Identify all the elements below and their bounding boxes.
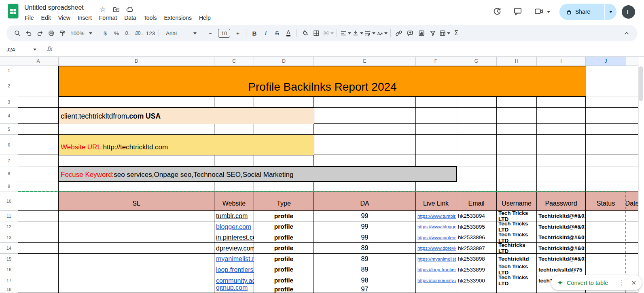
grid-cell[interactable] (18, 75, 59, 96)
da-cell[interactable]: 99 (314, 232, 416, 243)
grid-cell[interactable] (314, 135, 416, 155)
username-cell[interactable]: Tech Tricks LTD (497, 264, 537, 275)
live-link-cell[interactable]: https://loop.frontiersin.org/people/2902… (416, 264, 456, 275)
row-header-16[interactable]: 16 (0, 264, 18, 275)
grid-cell[interactable] (59, 232, 214, 243)
grid-cell[interactable] (626, 66, 638, 75)
grid-cell[interactable] (626, 243, 638, 254)
cloud-status-icon[interactable] (125, 5, 134, 14)
scrollbar-thumb[interactable] (639, 66, 643, 101)
grid-cell[interactable] (626, 166, 638, 181)
camera-dropdown-caret-icon[interactable] (547, 11, 550, 13)
table-header-cell[interactable]: Paassword (537, 191, 586, 211)
live-link-cell[interactable]: https://www.blogger.com/profile/01369789… (416, 221, 456, 232)
grid-cell[interactable] (59, 221, 214, 232)
website-cell[interactable]: dpreview.com (214, 243, 254, 254)
row-header-9[interactable]: 9 (0, 181, 18, 191)
row-header-14[interactable]: 14 (0, 243, 18, 254)
da-cell[interactable]: 89 (314, 264, 416, 275)
grid-cell[interactable] (59, 254, 214, 264)
type-cell[interactable]: profile (254, 211, 314, 221)
password-cell[interactable]: Techtrickltd@#&0171 (537, 221, 586, 232)
grid-cell[interactable] (254, 96, 314, 108)
grid-cell[interactable] (456, 135, 497, 155)
grid-cell[interactable] (254, 155, 314, 166)
select-all-corner[interactable] (0, 57, 18, 66)
password-cell[interactable]: Techtrickltd@#&0171 (537, 254, 586, 264)
email-cell[interactable]: hk2533899 (456, 264, 497, 275)
column-header-F[interactable]: F (416, 57, 456, 66)
sum-functions-icon[interactable]: Σ (451, 28, 462, 39)
grid-cell[interactable] (626, 232, 638, 243)
bold-icon[interactable]: B (249, 28, 260, 39)
table-header-cell[interactable]: Date (626, 191, 638, 211)
insert-link-icon[interactable] (394, 28, 404, 39)
grid-cell[interactable] (416, 108, 456, 124)
insert-chart-icon[interactable] (416, 28, 427, 39)
grid-cell[interactable] (586, 124, 626, 135)
merge-cells-icon[interactable] (322, 28, 334, 39)
website-cell[interactable]: blogger.com (214, 221, 254, 232)
grid-cell[interactable] (416, 286, 456, 293)
grid-cell[interactable] (314, 181, 416, 191)
menu-view[interactable]: View (55, 13, 74, 22)
grid-cell[interactable] (586, 232, 626, 243)
grid-cell[interactable] (497, 135, 537, 155)
grid-cell[interactable] (18, 96, 59, 108)
grid-cell[interactable] (626, 108, 638, 124)
website-cell[interactable]: github.com (214, 286, 254, 293)
grid-cell[interactable] (59, 155, 214, 166)
print-icon[interactable] (46, 28, 57, 39)
search-icon[interactable] (12, 28, 23, 39)
username-cell[interactable]: Techtrickltd (497, 254, 537, 264)
grid-cell[interactable] (497, 181, 537, 191)
grid-cell[interactable] (626, 135, 638, 155)
grid-cell[interactable] (586, 135, 626, 155)
row-header-18[interactable]: 18 (0, 286, 18, 293)
fill-color-icon[interactable] (300, 28, 310, 39)
grid-cell[interactable] (626, 155, 638, 166)
grid-cell[interactable] (456, 286, 497, 293)
grid-cell[interactable] (456, 124, 497, 135)
table-header-cell[interactable]: Username (497, 191, 537, 211)
grid-cell[interactable] (626, 75, 638, 96)
row-header-11[interactable]: 11 (0, 211, 18, 221)
username-cell[interactable]: Tech Tricks LTD (497, 275, 537, 286)
username-cell[interactable]: Tech Tricks LTD (497, 221, 537, 232)
report-title-cell[interactable]: Profile Backilnks Report 2024 (59, 66, 586, 97)
grid-cell[interactable] (214, 124, 254, 135)
password-cell[interactable]: Techtrickltd@#&017 (537, 211, 586, 221)
name-box-caret-icon[interactable] (33, 49, 36, 51)
meet-camera-icon[interactable] (534, 6, 544, 17)
italic-icon[interactable]: I (261, 28, 271, 39)
convert-to-table-popup[interactable]: Convert to table ⋮ ✕ (551, 275, 642, 290)
column-header-J[interactable]: J (586, 57, 626, 66)
type-cell[interactable]: profile (254, 221, 314, 232)
text-wrap-icon[interactable] (364, 28, 375, 39)
type-cell[interactable]: profile (254, 243, 314, 254)
move-folder-icon[interactable] (112, 5, 121, 14)
row-header-13[interactable]: 13 (0, 232, 18, 243)
row-header-8[interactable]: 8 (0, 166, 18, 181)
row-header-15[interactable]: 15 (0, 254, 18, 264)
column-header-A[interactable]: A (18, 57, 59, 66)
collapse-toolbar-icon[interactable] (621, 28, 632, 39)
da-cell[interactable]: 99 (314, 211, 416, 221)
grid-cell[interactable] (214, 181, 254, 191)
grid-cell[interactable] (497, 96, 537, 108)
row-header-17[interactable]: 17 (0, 275, 18, 286)
email-cell[interactable]: hk2533900 (456, 275, 497, 286)
share-button-main[interactable]: Share (559, 4, 604, 20)
account-avatar[interactable]: L (622, 5, 635, 19)
grid-cell[interactable] (59, 286, 214, 293)
grid-cell[interactable] (586, 66, 626, 75)
website-cell[interactable]: community.adobe.com (214, 275, 254, 286)
data-table-icon[interactable] (439, 28, 450, 39)
star-icon[interactable]: ☆ (98, 5, 107, 14)
grid-cell[interactable] (59, 211, 214, 221)
website-cell[interactable]: myanimelist.net (214, 254, 254, 264)
menu-data[interactable]: Data (121, 13, 140, 22)
text-rotation-icon[interactable]: A (376, 28, 388, 39)
username-cell[interactable]: Tech Tricks LTD (497, 232, 537, 243)
grid-cell[interactable] (586, 75, 626, 96)
